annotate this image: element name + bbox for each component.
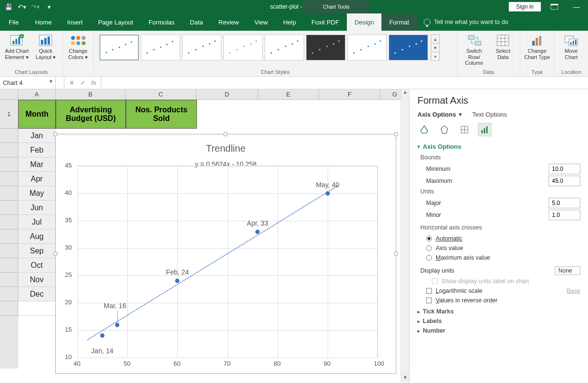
dropdown-icon[interactable]: ▼ [49,79,53,84]
header-month[interactable]: Month [18,100,56,129]
tab-help[interactable]: Help [275,13,304,31]
select-data-button[interactable]: Select Data [490,33,516,60]
select-all-corner[interactable] [0,89,18,99]
size-properties-icon[interactable] [458,123,471,136]
chart-style-1[interactable] [99,35,139,60]
chevron-up-icon[interactable]: ▲ [431,35,440,44]
data-label[interactable]: Mar, 16 [104,302,126,310]
enter-icon[interactable]: ✓ [80,79,86,86]
col-header[interactable]: C [125,89,196,99]
minimize-icon[interactable]: — [568,0,585,13]
sign-in-button[interactable]: Sign in [509,2,541,12]
section-tick-marks[interactable]: ▸Tick Marks [417,308,580,315]
fill-line-icon[interactable] [417,123,431,136]
cell-month[interactable]: Nov [18,273,56,287]
move-chart-button[interactable]: Move Chart [558,33,584,60]
data-point[interactable] [256,229,260,234]
cell-month[interactable]: Mar [18,157,56,172]
data-point[interactable] [115,323,120,327]
ribbon-display-options-icon[interactable] [546,0,563,13]
data-label[interactable]: Jan, 14 [91,347,113,355]
row-header[interactable] [0,244,18,258]
chart-style-8[interactable] [389,35,428,60]
column-headers[interactable]: A B C D E F G [0,89,409,100]
resize-handle[interactable] [394,251,398,256]
data-label[interactable]: May, 40 [316,181,339,189]
section-number[interactable]: ▸Number [417,327,580,334]
radio-max-axis-value[interactable]: Maximum axis value [417,253,580,263]
save-icon[interactable]: 💾 [3,1,14,12]
row-header[interactable] [0,157,18,172]
row-header[interactable] [0,273,18,287]
tab-page-layout[interactable]: Page Layout [90,13,141,31]
formula-input[interactable] [101,77,588,89]
major-field[interactable] [549,198,580,208]
name-box[interactable]: Chart 4 ▼ [0,77,56,89]
row-header[interactable]: 1 [0,100,18,129]
tell-me-search[interactable]: Tell me what you want to do [417,13,515,31]
plot-area[interactable]: Jan, 14Feb, 24Mar, 16Apr, 33May, 40 [77,166,378,357]
chart-style-7[interactable] [347,35,387,60]
cell-month[interactable]: Jan [18,129,56,143]
switch-row-column-button[interactable]: Switch Row/ Column [461,33,487,66]
tab-review[interactable]: Review [211,13,247,31]
embedded-chart[interactable]: Trendline y = 0.5624x - 10.258 Jan, 14Fe… [55,134,396,374]
gallery-more-icon[interactable]: ▾ [431,52,440,61]
row-headers[interactable]: 1 [0,100,18,369]
row-header[interactable] [0,287,18,301]
resize-handle[interactable] [53,251,58,256]
header-products[interactable]: Nos. Products Sold [126,100,197,129]
redo-icon[interactable]: ↷▾ [30,1,41,12]
cell-month[interactable]: Dec [18,287,56,301]
tab-foxit-pdf[interactable]: Foxit PDF [304,13,347,31]
tab-insert[interactable]: Insert [60,13,91,31]
tab-formulas[interactable]: Formulas [141,13,182,31]
col-header[interactable]: F [319,89,380,99]
row-header[interactable] [0,186,18,201]
chart-style-2[interactable] [141,35,180,60]
worksheet-area[interactable]: A B C D E F G 1 Month Advertising Budget… [0,89,409,383]
add-chart-element-button[interactable]: + Add Chart Element ▾ [4,33,30,60]
minor-field[interactable] [549,210,580,220]
gallery-scroll[interactable]: ▲▼▾ [431,35,440,60]
cell-month[interactable]: Jul [18,215,56,229]
scroll-down-icon[interactable]: ▼ [401,374,409,383]
chart-styles-gallery[interactable]: ▲▼▾ [98,33,441,60]
resize-handle[interactable] [223,132,228,136]
change-colors-button[interactable]: Change Colors ▾ [67,33,89,60]
chart-style-5[interactable] [265,35,304,60]
col-header[interactable]: D [196,89,258,99]
data-point[interactable] [100,334,105,338]
pane-tab-axis-options[interactable]: Axis Options▼ [417,111,463,118]
resize-handle[interactable] [53,132,58,136]
radio-automatic[interactable]: Automatic [417,234,580,243]
minimum-field[interactable] [549,164,580,174]
data-point[interactable] [325,192,330,196]
change-chart-type-button[interactable]: Change Chart Type [524,33,550,60]
cell-month[interactable]: Feb [18,143,56,157]
data-point[interactable] [175,279,180,283]
cell-month[interactable]: Jun [18,201,56,215]
undo-icon[interactable]: ↶▾ [16,1,28,12]
resize-handle[interactable] [394,132,398,136]
axis-options-icon[interactable] [478,123,491,136]
tab-format[interactable]: Format [381,13,416,31]
col-header[interactable]: B [56,89,126,99]
section-axis-options[interactable]: ▾Axis Options [417,143,580,150]
trendline[interactable] [87,185,338,340]
cell-month[interactable]: Oct [18,258,56,273]
pane-tab-text-options[interactable]: Text Options [472,111,507,118]
scroll-up-icon[interactable]: ▲ [401,89,409,98]
row-header[interactable] [0,229,18,244]
check-log-scale[interactable]: Logarithmic scaleBase [417,286,580,296]
chevron-down-icon[interactable]: ▼ [431,43,440,52]
maximum-field[interactable] [549,176,580,186]
col-header[interactable]: A [18,89,56,99]
cell-month[interactable]: May [18,186,56,201]
chart-style-6[interactable] [306,35,345,60]
tab-file[interactable]: File [0,13,27,31]
header-budget[interactable]: Advertising Budget (USD) [56,100,126,129]
col-header[interactable]: E [258,89,319,99]
cell-month[interactable]: Apr [18,172,56,186]
effects-icon[interactable] [438,123,451,136]
